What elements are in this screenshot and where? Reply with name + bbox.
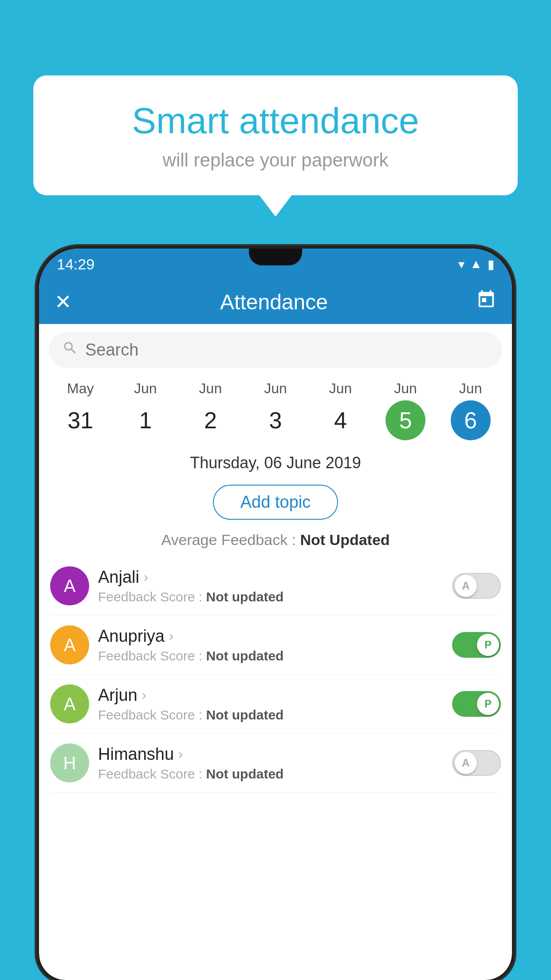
signal-icon: ▲ — [470, 257, 482, 271]
speech-bubble: Smart attendance will replace your paper… — [33, 75, 518, 195]
student-info-anjali: Anjali › Feedback Score : Not updated — [98, 568, 443, 605]
student-item-anupriya[interactable]: A Anupriya › Feedback Score : Not update… — [50, 616, 501, 675]
student-info-himanshu: Himanshu › Feedback Score : Not updated — [98, 745, 443, 782]
chevron-icon: › — [169, 628, 173, 644]
search-bar[interactable] — [49, 332, 502, 368]
add-topic-button[interactable]: Add topic — [213, 485, 338, 520]
date-col-jun5[interactable]: Jun 5 — [386, 380, 425, 440]
status-icons: ▾ ▲ ▮ — [458, 257, 494, 272]
toggle-thumb-arjun: P — [477, 693, 499, 715]
student-list: A Anjali › Feedback Score : Not updated … — [39, 557, 512, 793]
date-col-may31[interactable]: May 31 — [60, 380, 100, 440]
bubble-title: Smart attendance — [60, 100, 491, 142]
phone-screen: 14:29 ▾ ▲ ▮ ✕ Attendance — [39, 249, 512, 980]
toggle-himanshu[interactable]: A — [452, 750, 501, 776]
date-col-jun6[interactable]: Jun 6 — [451, 380, 491, 440]
bubble-subtitle: will replace your paperwork — [60, 150, 491, 171]
date-selector: May 31 Jun 1 Jun 2 Jun 3 — [39, 376, 512, 445]
toggle-switch-arjun[interactable]: P — [452, 691, 501, 717]
student-name-arjun: Arjun › — [98, 686, 443, 705]
app-bar-title: Attendance — [220, 290, 328, 314]
toggle-anupriya[interactable]: P — [452, 632, 501, 658]
battery-icon: ▮ — [488, 257, 494, 272]
toggle-switch-anjali[interactable]: A — [452, 573, 501, 599]
student-item-arjun[interactable]: A Arjun › Feedback Score : Not updated P — [50, 675, 501, 734]
avatar-anupriya: A — [50, 625, 89, 664]
student-name-anjali: Anjali › — [98, 568, 443, 587]
wifi-icon: ▾ — [458, 257, 464, 272]
selected-date-text: Thursday, 06 June 2019 — [190, 454, 361, 472]
chevron-icon: › — [144, 569, 148, 585]
student-feedback-anjali: Feedback Score : Not updated — [98, 589, 443, 605]
date-col-jun4[interactable]: Jun 4 — [321, 380, 361, 440]
student-info-anupriya: Anupriya › Feedback Score : Not updated — [98, 627, 443, 664]
date-col-jun3[interactable]: Jun 3 — [256, 380, 295, 440]
toggle-anjali[interactable]: A — [452, 573, 501, 599]
student-feedback-arjun: Feedback Score : Not updated — [98, 707, 443, 723]
phone-frame: 14:29 ▾ ▲ ▮ ✕ Attendance — [39, 249, 512, 980]
date-col-jun1[interactable]: Jun 1 — [126, 380, 165, 440]
student-feedback-anupriya: Feedback Score : Not updated — [98, 648, 443, 664]
toggle-thumb-anupriya: P — [477, 634, 499, 656]
speech-bubble-container: Smart attendance will replace your paper… — [33, 75, 518, 195]
student-name-himanshu: Himanshu › — [98, 745, 443, 764]
avg-feedback: Average Feedback : Not Updated — [39, 528, 512, 557]
student-feedback-himanshu: Feedback Score : Not updated — [98, 767, 443, 782]
toggle-thumb-anjali: A — [455, 575, 477, 597]
calendar-icon[interactable] — [476, 289, 496, 315]
student-info-arjun: Arjun › Feedback Score : Not updated — [98, 686, 443, 723]
toggle-arjun[interactable]: P — [452, 691, 501, 717]
toggle-switch-anupriya[interactable]: P — [452, 632, 501, 658]
avatar-arjun: A — [50, 684, 89, 723]
search-icon — [62, 340, 78, 360]
chevron-icon: › — [142, 688, 146, 703]
chevron-icon: › — [178, 747, 183, 762]
status-time: 14:29 — [57, 256, 94, 273]
avatar-anjali: A — [50, 566, 89, 605]
avg-feedback-value: Not Updated — [300, 531, 390, 548]
close-button[interactable]: ✕ — [55, 290, 72, 314]
toggle-switch-himanshu[interactable]: A — [452, 750, 501, 776]
toggle-thumb-himanshu: A — [455, 752, 477, 774]
date-col-jun2[interactable]: Jun 2 — [190, 380, 230, 440]
search-input[interactable] — [85, 340, 489, 360]
student-item-anjali[interactable]: A Anjali › Feedback Score : Not updated … — [50, 557, 501, 616]
selected-date-info: Thursday, 06 June 2019 — [39, 445, 512, 477]
student-name-anupriya: Anupriya › — [98, 627, 443, 646]
phone-notch — [249, 249, 302, 265]
avatar-himanshu: H — [50, 743, 89, 782]
student-item-himanshu[interactable]: H Himanshu › Feedback Score : Not update… — [50, 734, 501, 793]
avg-feedback-label: Average Feedback : — [161, 531, 300, 548]
app-bar: ✕ Attendance — [39, 280, 512, 324]
